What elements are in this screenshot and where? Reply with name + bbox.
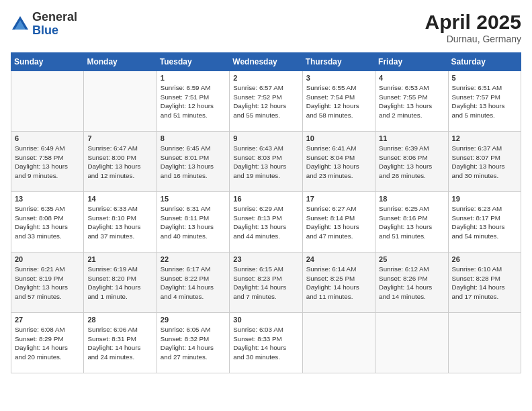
calendar-cell: 19Sunrise: 6:23 AM Sunset: 8:17 PM Dayli… [448, 192, 521, 253]
logo-text: General Blue [32, 11, 77, 38]
calendar-cell [84, 71, 157, 132]
day-number: 19 [452, 195, 517, 203]
logo-general: General [32, 11, 77, 24]
calendar-cell: 9Sunrise: 6:43 AM Sunset: 8:03 PM Daylig… [230, 132, 302, 192]
location: Durnau, Germany [425, 34, 521, 44]
calendar-cell [11, 71, 84, 132]
day-number: 25 [379, 255, 444, 263]
day-info: Sunrise: 6:41 AM Sunset: 8:04 PM Dayligh… [306, 144, 371, 181]
calendar-week-row: 20Sunrise: 6:21 AM Sunset: 8:19 PM Dayli… [11, 253, 521, 313]
logo-blue: Blue [32, 24, 77, 38]
day-number: 5 [452, 74, 517, 82]
calendar-cell: 16Sunrise: 6:29 AM Sunset: 8:13 PM Dayli… [230, 192, 302, 253]
calendar-cell: 7Sunrise: 6:47 AM Sunset: 8:00 PM Daylig… [84, 132, 157, 192]
day-info: Sunrise: 6:49 AM Sunset: 7:58 PM Dayligh… [15, 144, 80, 181]
calendar-cell: 12Sunrise: 6:37 AM Sunset: 8:07 PM Dayli… [448, 132, 521, 192]
day-number: 6 [15, 134, 80, 142]
day-info: Sunrise: 6:19 AM Sunset: 8:20 PM Dayligh… [87, 265, 152, 302]
day-info: Sunrise: 6:03 AM Sunset: 8:33 PM Dayligh… [233, 325, 298, 362]
day-number: 20 [15, 255, 80, 263]
calendar-cell: 26Sunrise: 6:10 AM Sunset: 8:28 PM Dayli… [448, 253, 521, 313]
calendar-cell: 17Sunrise: 6:27 AM Sunset: 8:14 PM Dayli… [302, 192, 375, 253]
day-number: 8 [161, 134, 226, 142]
day-number: 14 [87, 195, 152, 203]
day-info: Sunrise: 6:31 AM Sunset: 8:11 PM Dayligh… [161, 204, 226, 241]
day-info: Sunrise: 6:51 AM Sunset: 7:57 PM Dayligh… [452, 83, 517, 120]
day-number: 2 [233, 74, 298, 82]
day-number: 22 [161, 255, 226, 263]
day-info: Sunrise: 6:14 AM Sunset: 8:25 PM Dayligh… [306, 265, 371, 302]
day-info: Sunrise: 6:27 AM Sunset: 8:14 PM Dayligh… [306, 204, 371, 241]
day-info: Sunrise: 6:21 AM Sunset: 8:19 PM Dayligh… [15, 265, 80, 302]
day-info: Sunrise: 6:39 AM Sunset: 8:06 PM Dayligh… [379, 144, 444, 181]
day-header-monday: Monday [84, 53, 157, 71]
calendar-cell: 21Sunrise: 6:19 AM Sunset: 8:20 PM Dayli… [84, 253, 157, 313]
day-header-wednesday: Wednesday [230, 53, 302, 71]
day-info: Sunrise: 6:10 AM Sunset: 8:28 PM Dayligh… [452, 265, 517, 302]
day-number: 29 [161, 316, 226, 324]
calendar-cell: 13Sunrise: 6:35 AM Sunset: 8:08 PM Dayli… [11, 192, 84, 253]
title-block: April 2025 Durnau, Germany [425, 11, 521, 44]
calendar-cell: 2Sunrise: 6:57 AM Sunset: 7:52 PM Daylig… [230, 71, 302, 132]
day-number: 9 [233, 134, 298, 142]
day-number: 7 [87, 134, 152, 142]
day-number: 23 [233, 255, 298, 263]
day-info: Sunrise: 6:47 AM Sunset: 8:00 PM Dayligh… [87, 144, 152, 181]
logo-icon [11, 15, 30, 34]
day-info: Sunrise: 6:06 AM Sunset: 8:31 PM Dayligh… [87, 325, 152, 362]
day-number: 18 [379, 195, 444, 203]
calendar-cell: 15Sunrise: 6:31 AM Sunset: 8:11 PM Dayli… [157, 192, 229, 253]
day-number: 15 [161, 195, 226, 203]
day-info: Sunrise: 6:33 AM Sunset: 8:10 PM Dayligh… [87, 204, 152, 241]
day-number: 27 [15, 316, 80, 324]
day-info: Sunrise: 6:45 AM Sunset: 8:01 PM Dayligh… [161, 144, 226, 181]
day-number: 10 [306, 134, 371, 142]
calendar-cell: 1Sunrise: 6:59 AM Sunset: 7:51 PM Daylig… [157, 71, 229, 132]
calendar-table: SundayMondayTuesdayWednesdayThursdayFrid… [11, 52, 521, 373]
day-number: 17 [306, 195, 371, 203]
calendar-week-row: 13Sunrise: 6:35 AM Sunset: 8:08 PM Dayli… [11, 192, 521, 253]
day-number: 1 [161, 74, 226, 82]
day-info: Sunrise: 6:29 AM Sunset: 8:13 PM Dayligh… [233, 204, 298, 241]
logo: General Blue [11, 11, 77, 38]
calendar-cell: 4Sunrise: 6:53 AM Sunset: 7:55 PM Daylig… [375, 71, 448, 132]
calendar-cell: 10Sunrise: 6:41 AM Sunset: 8:04 PM Dayli… [302, 132, 375, 192]
calendar-cell: 23Sunrise: 6:15 AM Sunset: 8:23 PM Dayli… [230, 253, 302, 313]
day-info: Sunrise: 6:15 AM Sunset: 8:23 PM Dayligh… [233, 265, 298, 302]
day-number: 13 [15, 195, 80, 203]
calendar-cell: 8Sunrise: 6:45 AM Sunset: 8:01 PM Daylig… [157, 132, 229, 192]
calendar-cell: 30Sunrise: 6:03 AM Sunset: 8:33 PM Dayli… [230, 313, 302, 373]
day-number: 21 [87, 255, 152, 263]
day-info: Sunrise: 6:53 AM Sunset: 7:55 PM Dayligh… [379, 83, 444, 120]
calendar-cell: 24Sunrise: 6:14 AM Sunset: 8:25 PM Dayli… [302, 253, 375, 313]
day-number: 28 [87, 316, 152, 324]
calendar-cell: 5Sunrise: 6:51 AM Sunset: 7:57 PM Daylig… [448, 71, 521, 132]
day-info: Sunrise: 6:25 AM Sunset: 8:16 PM Dayligh… [379, 204, 444, 241]
calendar-cell: 28Sunrise: 6:06 AM Sunset: 8:31 PM Dayli… [84, 313, 157, 373]
calendar-cell: 11Sunrise: 6:39 AM Sunset: 8:06 PM Dayli… [375, 132, 448, 192]
calendar-cell: 25Sunrise: 6:12 AM Sunset: 8:26 PM Dayli… [375, 253, 448, 313]
day-number: 24 [306, 255, 371, 263]
day-number: 12 [452, 134, 517, 142]
calendar-cell: 20Sunrise: 6:21 AM Sunset: 8:19 PM Dayli… [11, 253, 84, 313]
calendar-cell [448, 313, 521, 373]
day-info: Sunrise: 6:12 AM Sunset: 8:26 PM Dayligh… [379, 265, 444, 302]
page-header: General Blue April 2025 Durnau, Germany [11, 11, 521, 44]
calendar-cell: 6Sunrise: 6:49 AM Sunset: 7:58 PM Daylig… [11, 132, 84, 192]
calendar-week-row: 1Sunrise: 6:59 AM Sunset: 7:51 PM Daylig… [11, 71, 521, 132]
day-header-friday: Friday [375, 53, 448, 71]
day-info: Sunrise: 6:35 AM Sunset: 8:08 PM Dayligh… [15, 204, 80, 241]
day-info: Sunrise: 6:05 AM Sunset: 8:32 PM Dayligh… [161, 325, 226, 362]
day-number: 11 [379, 134, 444, 142]
calendar-cell [375, 313, 448, 373]
day-info: Sunrise: 6:17 AM Sunset: 8:22 PM Dayligh… [161, 265, 226, 302]
day-number: 30 [233, 316, 298, 324]
calendar-header-row: SundayMondayTuesdayWednesdayThursdayFrid… [11, 53, 521, 71]
calendar-cell: 29Sunrise: 6:05 AM Sunset: 8:32 PM Dayli… [157, 313, 229, 373]
day-number: 16 [233, 195, 298, 203]
calendar-cell: 22Sunrise: 6:17 AM Sunset: 8:22 PM Dayli… [157, 253, 229, 313]
calendar-cell: 3Sunrise: 6:55 AM Sunset: 7:54 PM Daylig… [302, 71, 375, 132]
day-info: Sunrise: 6:23 AM Sunset: 8:17 PM Dayligh… [452, 204, 517, 241]
calendar-cell [302, 313, 375, 373]
month-year: April 2025 [425, 11, 521, 34]
